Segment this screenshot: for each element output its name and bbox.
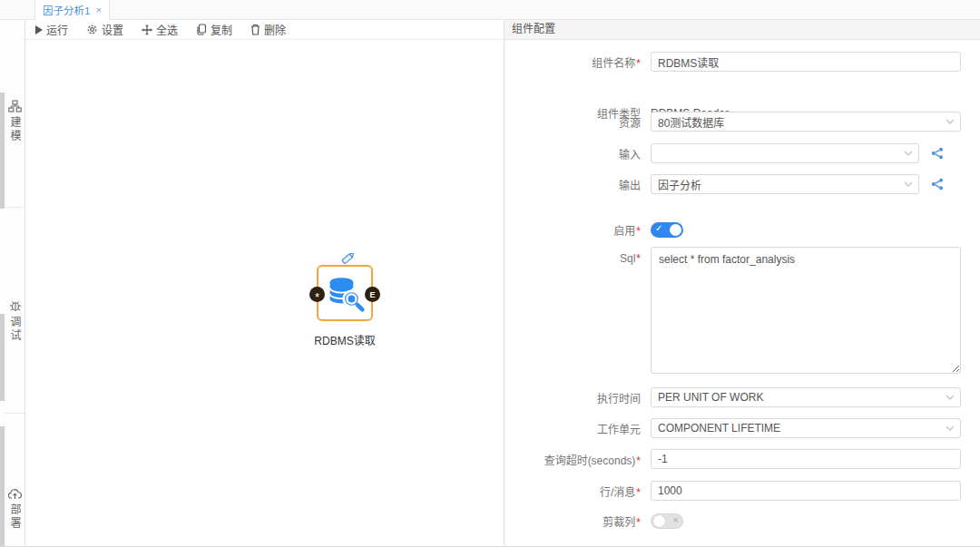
rail-divider <box>5 207 25 208</box>
debug-bug-icon <box>9 299 22 312</box>
delete-button[interactable]: 删除 <box>250 22 286 37</box>
x-icon: × <box>673 514 679 525</box>
required-marker: * <box>636 486 641 499</box>
rdbms-reader-node[interactable]: * E RDBMS读取 <box>317 265 373 321</box>
flow-canvas[interactable]: * E RDBMS读取 <box>25 40 504 547</box>
select-all-button[interactable]: 全选 <box>142 22 178 37</box>
canvas-toolbar: 运行 设置 全选 复制 删除 <box>25 20 504 40</box>
e-glyph: E <box>369 290 375 299</box>
sidebar-item-deploy[interactable]: 部署 <box>5 488 25 531</box>
panel-title: 组件配置 <box>505 20 980 40</box>
field-row-exec-time: 执行时间 PER UNIT OF WORK <box>505 387 961 407</box>
chevron-down-icon <box>904 181 913 187</box>
output-value: 因子分析 <box>658 177 701 192</box>
rows-per-message-input[interactable] <box>651 481 961 501</box>
field-label: Sql* <box>505 252 641 265</box>
exec-time-select[interactable]: PER UNIT OF WORK <box>651 387 961 407</box>
work-unit-value: COMPONENT LIFETIME <box>658 422 780 435</box>
enable-toggle[interactable]: ✓ <box>651 222 683 238</box>
input-share-button[interactable] <box>931 147 944 160</box>
required-marker: * <box>636 57 641 70</box>
chevron-down-icon <box>946 119 955 124</box>
field-label: 输入 <box>505 146 641 161</box>
deploy-upload-icon <box>8 488 22 500</box>
play-icon <box>34 25 43 34</box>
field-label: 资源 <box>505 114 641 130</box>
modeling-icon <box>8 100 22 112</box>
resource-select[interactable]: 80测试数据库 <box>651 112 961 132</box>
field-row-sql: Sql* select * from factor_analysis <box>505 247 961 374</box>
rail-divider <box>5 413 25 414</box>
input-select[interactable] <box>651 143 919 163</box>
deploy-label: 部署 <box>7 503 23 531</box>
share-icon <box>931 178 944 190</box>
database-search-icon <box>326 274 366 314</box>
input-port[interactable]: * <box>309 287 325 302</box>
output-select[interactable]: 因子分析 <box>651 174 919 194</box>
field-label: 行/消息* <box>505 484 641 499</box>
settings-button[interactable]: 设置 <box>86 22 123 37</box>
toggle-knob <box>653 515 665 527</box>
sidebar-item-debug[interactable]: 调试 <box>5 299 25 343</box>
run-button[interactable]: 运行 <box>34 22 68 37</box>
chevron-down-icon <box>946 425 955 431</box>
trim-columns-toggle[interactable]: × <box>651 513 683 529</box>
move-plus-icon <box>142 24 152 35</box>
toggle-knob <box>670 224 681 236</box>
left-rail: 建模 调试 部署 <box>0 20 25 547</box>
field-label: 组件名称* <box>505 54 641 70</box>
field-label: 输出 <box>505 177 641 192</box>
field-row-enable: 启用* ✓ <box>505 222 683 238</box>
copy-button[interactable]: 复制 <box>196 22 232 37</box>
field-row-resource: 资源 80测试数据库 <box>505 112 961 132</box>
app-window: 因子分析1 × 运行 设置 全选 <box>0 0 980 547</box>
check-icon: ✓ <box>655 223 662 233</box>
field-label: 查询超时(seconds)* <box>505 452 641 467</box>
required-marker: * <box>636 225 641 238</box>
field-label: 执行时间 <box>505 390 641 405</box>
star-glyph: * <box>315 289 319 300</box>
exec-time-value: PER UNIT OF WORK <box>658 391 763 404</box>
work-unit-select[interactable]: COMPONENT LIFETIME <box>651 418 961 438</box>
settings-label: 设置 <box>102 22 123 37</box>
field-row-rows-per-msg: 行/消息* <box>505 481 961 501</box>
tab-bar: 因子分析1 × <box>0 0 980 20</box>
field-label: 工作单元 <box>505 421 641 436</box>
sql-textarea[interactable]: select * from factor_analysis <box>651 247 961 374</box>
field-row-name: 组件名称* <box>505 52 961 72</box>
chevron-down-icon <box>946 395 955 400</box>
debug-label: 调试 <box>7 316 23 343</box>
trash-icon <box>250 24 260 35</box>
tab-close-icon[interactable]: × <box>95 5 101 15</box>
field-row-trim-col: 剪裁列* × <box>505 513 683 529</box>
component-name-input[interactable] <box>651 52 961 72</box>
output-port[interactable]: E <box>365 287 380 302</box>
share-icon <box>931 147 944 160</box>
tab-title: 因子分析1 <box>43 3 90 17</box>
field-row-input: 输入 <box>505 143 944 163</box>
sidebar-item-modeling[interactable]: 建模 <box>5 100 25 143</box>
node-title: RDBMS读取 <box>290 332 399 347</box>
delete-label: 删除 <box>264 22 286 37</box>
run-label: 运行 <box>46 22 68 37</box>
field-label: 剪裁列* <box>505 513 641 529</box>
gear-icon <box>86 24 98 35</box>
component-config-panel: 组件配置 组件名称* 组件类型 RDBMS Reader 资源 80测试数据库 … <box>504 20 980 547</box>
field-row-timeout: 查询超时(seconds)* <box>505 449 961 469</box>
tab-factor-analysis[interactable]: 因子分析1 × <box>34 0 110 20</box>
copy-label: 复制 <box>211 22 232 37</box>
field-label: 启用* <box>505 222 641 238</box>
field-row-output: 输出 因子分析 <box>505 174 944 194</box>
select-all-label: 全选 <box>156 22 178 37</box>
edit-pencil-icon[interactable] <box>338 250 357 267</box>
query-timeout-input[interactable] <box>651 449 961 469</box>
field-row-work-unit: 工作单元 COMPONENT LIFETIME <box>505 418 961 438</box>
chevron-down-icon <box>904 151 913 156</box>
output-share-button[interactable] <box>931 178 944 190</box>
required-marker: * <box>636 454 641 467</box>
modeling-label: 建模 <box>7 116 23 143</box>
copy-icon <box>196 24 207 35</box>
required-marker: * <box>636 252 641 265</box>
required-marker: * <box>636 516 641 529</box>
resource-value: 80测试数据库 <box>658 114 724 130</box>
